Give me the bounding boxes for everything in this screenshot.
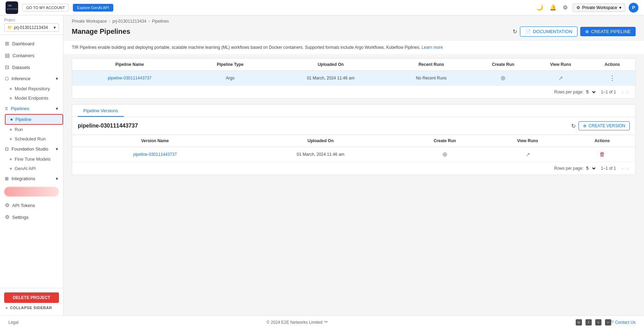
version-create-run-cell[interactable]: ⊕ (404, 151, 486, 158)
versions-pagination-info: 1–1 of 1 (601, 166, 616, 171)
delete-project-button[interactable]: DELETE PROJECT (4, 292, 59, 303)
sidebar-item-genai-api[interactable]: GenAI API (5, 164, 63, 173)
refresh-button[interactable]: ↻ (513, 28, 517, 35)
tab-pipeline-versions[interactable]: Pipeline Versions (78, 105, 124, 117)
documentation-label: DOCUMENTATION (533, 29, 572, 34)
pipelines-table: Pipeline Name Pipeline Type Uploaded On … (72, 58, 636, 99)
col-view-runs: View Runs (532, 62, 589, 67)
version-name-cell[interactable]: pipeline-030111443737 (72, 152, 238, 157)
vcol-actions: Actions (569, 138, 635, 143)
sidebar-item-run[interactable]: Run (5, 125, 63, 134)
create-version-label: CREATE VERSION (589, 123, 625, 128)
project-selector[interactable]: 📁 prj-013011213434 ▾ (4, 23, 59, 32)
project-select-area: Project 📁 prj-013011213434 ▾ (0, 15, 63, 35)
pipeline-create-run-cell[interactable]: ⊕ (474, 74, 532, 82)
version-view-runs-cell[interactable]: ↗ (486, 151, 569, 158)
rss-icon[interactable]: ⌁ (605, 319, 611, 326)
dashboard-icon: ⊞ (5, 40, 9, 47)
sidebar-item-model-repository[interactable]: Model Repository (5, 84, 63, 93)
user-avatar[interactable]: P (629, 3, 638, 13)
dot-icon (10, 88, 12, 90)
col-uploaded-on: Uploaded On (273, 62, 388, 67)
linkedin-icon[interactable]: in (576, 319, 582, 326)
go-to-account-button[interactable]: GO TO MY ACCOUNT (22, 4, 69, 12)
notifications-button[interactable]: 🔔 (548, 3, 558, 12)
sidebar-item-containers[interactable]: ▤ Containers (0, 49, 63, 61)
folder-icon: 📁 (7, 25, 13, 30)
inference-sub-nav: Model Repository Model Endpoints (0, 84, 63, 103)
pipeline-recent-runs-cell: No Recent Runs (388, 76, 474, 81)
collapse-sidebar-button[interactable]: « COLLAPSE SIDEBAR (4, 303, 59, 311)
main-content: Private Workspace › prj-013011213434 › P… (63, 15, 644, 315)
versions-table: Version Name Uploaded On Create Run View… (72, 135, 635, 175)
versions-refresh-button[interactable]: ↻ (571, 123, 576, 129)
dot-icon (10, 118, 13, 121)
sidebar-item-pipeline[interactable]: Pipeline (5, 114, 63, 125)
facebook-icon[interactable]: f (585, 319, 592, 326)
workspace-chevron-icon: ▾ (619, 5, 621, 10)
genai-api-label: GenAI API (15, 166, 36, 171)
twitter-icon[interactable]: t (595, 319, 601, 326)
theme-toggle-button[interactable]: 🌙 (535, 3, 545, 12)
foundation-icon: ⊡ (5, 146, 9, 152)
breadcrumb-sep-1: › (109, 19, 110, 24)
sidebar-item-foundation-studio[interactable]: ⊡ Foundation Studio ▾ (0, 144, 63, 154)
pipelines-label: Pipelines (11, 106, 29, 111)
documentation-button[interactable]: 📄 DOCUMENTATION (520, 26, 577, 37)
col-create-run: Create Run (474, 62, 532, 67)
datasets-icon: ⊟ (5, 64, 9, 70)
settings-button[interactable]: ⚙ (561, 3, 569, 12)
pipeline-name-cell[interactable]: pipeline-030111443737 (72, 76, 187, 81)
versions-header: pipeline-030111443737 ↻ ⊕ CREATE VERSION (72, 117, 635, 135)
breadcrumb-project[interactable]: prj-013011213434 (112, 19, 146, 24)
create-version-icon: ⊕ (583, 123, 586, 128)
versions-next-page-button[interactable]: › (625, 165, 630, 172)
logo-icon: TIR AI PLATFORM (6, 1, 18, 14)
datasets-label: Datasets (12, 65, 30, 70)
versions-prev-page-button[interactable]: ‹ (620, 165, 625, 172)
next-page-button[interactable]: › (625, 89, 630, 95)
version-actions-cell[interactable]: 🗑 (569, 151, 635, 158)
versions-rows-select[interactable]: 5 10 25 (585, 166, 597, 171)
sidebar-item-dashboard[interactable]: ⊞ Dashboard (0, 38, 63, 49)
col-actions: Actions (589, 62, 635, 67)
pipeline-actions-cell[interactable]: ⋮ (589, 74, 635, 82)
create-version-button[interactable]: ⊕ CREATE VERSION (578, 121, 630, 130)
info-text: TIR Pipelines enable building and deploy… (72, 45, 420, 50)
model-endpoints-label: Model Endpoints (15, 95, 48, 101)
model-repository-label: Model Repository (15, 86, 50, 91)
workspace-selector-button[interactable]: ⚙ Private Workspace ▾ (573, 3, 625, 12)
vcol-version-name: Version Name (72, 138, 238, 143)
pipelines-table-footer: Rows per page: 5 10 25 1–1 of 1 ‹ › (72, 86, 635, 98)
contact-us-label: Contact Us (615, 320, 636, 325)
sidebar-item-settings[interactable]: ⚙ Settings (0, 211, 63, 223)
sidebar-item-integrations[interactable]: ⊞ Integrations ▾ (0, 173, 63, 184)
pipeline-view-runs-cell[interactable]: ↗ (532, 75, 589, 82)
page-actions: ↻ 📄 DOCUMENTATION ⊕ CREATE PIPELINE (513, 26, 636, 37)
col-pipeline-type: Pipeline Type (187, 62, 273, 67)
sidebar-item-fine-tune[interactable]: Fine Tune Models (5, 154, 63, 164)
breadcrumb-workspace[interactable]: Private Workspace (72, 19, 107, 24)
sidebar-item-inference[interactable]: ⬡ Inference ▾ (0, 73, 63, 84)
breadcrumb: Private Workspace › prj-013011213434 › P… (63, 15, 644, 25)
vcol-uploaded-on: Uploaded On (238, 138, 403, 143)
footer-legal[interactable]: Legal (8, 320, 18, 325)
logo-area: TIR AI PLATFORM (6, 1, 18, 14)
prev-page-button[interactable]: ‹ (620, 89, 625, 95)
sidebar-bottom: DELETE PROJECT « COLLAPSE SIDEBAR (0, 288, 63, 315)
settings-label: Settings (12, 215, 29, 220)
nav-list: ⊞ Dashboard ▤ Containers ⊟ Datasets ⬡ In… (0, 35, 63, 288)
sidebar-item-api-tokens[interactable]: ⚙ API Tokens (0, 199, 63, 211)
create-pipeline-button[interactable]: ⊕ CREATE PIPELINE (580, 27, 636, 36)
footer-copyright: © 2024 E2E Networks Limited ™ (18, 320, 576, 325)
rows-per-page-label: Rows per page: (554, 90, 583, 94)
learn-more-link[interactable]: Learn more (422, 45, 443, 50)
sidebar-item-model-endpoints[interactable]: Model Endpoints (5, 93, 63, 103)
sidebar-item-scheduled-run[interactable]: Scheduled Run (5, 134, 63, 144)
explore-genai-button[interactable]: Explore GenAI API (73, 4, 113, 12)
sidebar-item-pipelines[interactable]: ⧖ Pipelines ▾ (0, 103, 63, 114)
rows-per-page-select[interactable]: 5 10 25 (585, 89, 597, 95)
sidebar-item-datasets[interactable]: ⊟ Datasets (0, 61, 63, 73)
contact-us-link[interactable]: ? Contact Us (611, 320, 636, 325)
foundation-chevron-icon: ▾ (56, 146, 58, 152)
